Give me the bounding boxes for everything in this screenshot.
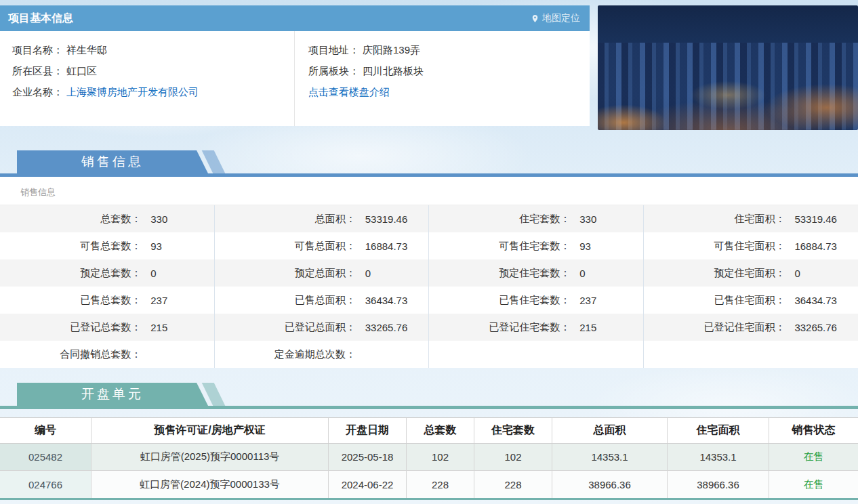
- units-cell: 102: [407, 444, 474, 470]
- sales-cell: 可售住宅套数：93: [429, 232, 644, 259]
- info-field-value: 四川北路板块: [363, 65, 424, 78]
- info-field-link[interactable]: 上海聚博房地产开发有限公司: [66, 86, 199, 99]
- sales-row: 合同撤销总套数：定金逾期总次数：: [0, 341, 858, 368]
- sales-cell-value: 53319.46: [365, 213, 408, 225]
- units-cell-id: 025482: [0, 444, 91, 470]
- sales-cell-label: 已售总套数：: [0, 294, 141, 307]
- sales-cell: 可售住宅面积：16884.73: [644, 232, 858, 259]
- sales-cell-label: 已登记总套数：: [0, 321, 141, 334]
- project-info-title: 项目基本信息: [8, 12, 73, 26]
- units-section-title: 开盘单元: [81, 385, 144, 403]
- sales-cell: 已售总套数：237: [0, 287, 215, 314]
- sales-cell: 已登记住宅面积：33265.76: [644, 314, 858, 341]
- units-table-body: 025482虹口房管(2025)预字0000113号2025-05-181021…: [0, 444, 858, 498]
- sales-cell: 住宅套数：330: [429, 205, 644, 232]
- info-field-label: 所在区县：: [12, 65, 63, 78]
- units-cell: 2024-06-22: [329, 471, 407, 498]
- info-field-value: 虹口区: [66, 65, 97, 78]
- sales-cell: 可售总套数：93: [0, 232, 215, 259]
- units-cell: 228: [407, 471, 474, 498]
- sales-cell-label: 可售总套数：: [0, 240, 141, 253]
- units-cell: 14353.1: [552, 444, 668, 470]
- sales-section-title: 销售信息: [81, 153, 144, 171]
- sales-cell-label: 已登记总面积：: [215, 321, 356, 334]
- sales-cell-label: 合同撤销总套数：: [0, 348, 141, 361]
- sales-table-subtitle: 销售信息: [0, 177, 858, 205]
- sales-cell-label: 总面积：: [215, 213, 356, 226]
- units-header-cell: 住宅面积: [668, 418, 769, 443]
- sales-cell-value: 33265.76: [365, 322, 408, 333]
- map-locate-link[interactable]: 地图定位: [531, 12, 580, 24]
- sales-cell: 已售住宅面积：36434.73: [644, 287, 858, 314]
- sales-cell-value: 0: [794, 268, 800, 279]
- sales-ribbon-line: [0, 173, 858, 177]
- sales-cell-label: 已售住宅套数：: [429, 294, 570, 307]
- sales-cell-label: 已登记住宅面积：: [644, 321, 785, 334]
- info-row: 项目地址：庆阳路139弄: [308, 40, 590, 61]
- sales-cell-label: 可售住宅套数：: [429, 240, 570, 253]
- sales-cell-label: 已登记住宅套数：: [429, 321, 570, 334]
- sales-cell-value: 33265.76: [794, 322, 837, 333]
- units-cell-status: 在售: [769, 471, 858, 498]
- sales-cell: 总套数：330: [0, 205, 215, 232]
- units-cell-id: 024766: [0, 471, 91, 498]
- sales-cell-value: 93: [579, 240, 591, 252]
- project-info-body: 项目名称：祥生华邸所在区县：虹口区企业名称：上海聚博房地产开发有限公司 项目地址…: [0, 31, 590, 126]
- sales-cell: 定金逾期总次数：: [215, 341, 430, 368]
- sales-cell: 预定总套数：0: [0, 259, 215, 287]
- units-row: 025482虹口房管(2025)预字0000113号2025-05-181021…: [0, 444, 858, 471]
- info-field-label: 所属板块：: [308, 65, 359, 78]
- units-header-cell: 预售许可证/房地产权证: [91, 418, 329, 443]
- project-info-header: 项目基本信息 地图定位: [0, 5, 590, 31]
- sales-cell: 总面积：53319.46: [215, 205, 430, 232]
- map-locate-label: 地图定位: [542, 12, 580, 24]
- sales-cell-value: 53319.46: [794, 213, 837, 225]
- units-cell: 38966.36: [552, 471, 668, 498]
- sales-cell-label: 预定总面积：: [215, 267, 356, 280]
- units-cell: 虹口房管(2024)预字0000133号: [91, 471, 329, 498]
- info-row: 项目名称：祥生华邸: [12, 40, 294, 61]
- sales-cell-value: 215: [579, 322, 596, 333]
- info-col-left: 项目名称：祥生华邸所在区县：虹口区企业名称：上海聚博房地产开发有限公司: [0, 31, 295, 126]
- sales-cell-value: 330: [579, 213, 596, 225]
- info-row: 所在区县：虹口区: [12, 61, 294, 82]
- top-section: 项目基本信息 地图定位 项目名称：祥生华邸所在区县：虹口区企业名称：上海聚博房地…: [0, 5, 858, 130]
- units-cell: 228: [474, 471, 552, 498]
- sales-cell: 可售总面积：16884.73: [215, 232, 430, 259]
- sales-cell: [644, 341, 858, 368]
- sales-cell: 已登记住宅套数：215: [429, 314, 644, 341]
- sales-cell-label: 可售住宅面积：: [644, 240, 785, 253]
- sales-table: 销售信息 总套数：330总面积：53319.46住宅套数：330住宅面积：533…: [0, 177, 858, 368]
- sales-cell-value: 237: [150, 295, 167, 306]
- sales-cell: 合同撤销总套数：: [0, 341, 215, 368]
- sales-row: 已登记总套数：215已登记总面积：33265.76已登记住宅套数：215已登记住…: [0, 314, 858, 341]
- info-col-right: 项目地址：庆阳路139弄所属板块：四川北路板块点击查看楼盘介绍: [295, 31, 590, 126]
- sales-cell-label: 预定住宅套数：: [429, 267, 570, 280]
- units-ribbon-line: [0, 406, 858, 409]
- sales-cell: 已售总面积：36434.73: [215, 287, 430, 314]
- units-header-cell: 开盘日期: [329, 418, 407, 443]
- units-cell: 38966.36: [668, 471, 769, 498]
- units-row: 024766虹口房管(2024)预字0000133号2024-06-222282…: [0, 471, 858, 498]
- units-cell: 102: [474, 444, 552, 470]
- sales-cell-label: 预定总套数：: [0, 267, 141, 280]
- sales-cell-value: 36434.73: [794, 295, 837, 306]
- sales-section-banner: 销售信息: [17, 150, 208, 173]
- sales-cell-value: 16884.73: [365, 240, 408, 252]
- units-cell-status: 在售: [769, 444, 858, 470]
- info-field-label: 企业名称：: [12, 86, 63, 99]
- units-header-cell: 编号: [0, 418, 91, 443]
- sales-cell-label: 住宅面积：: [644, 213, 785, 226]
- sales-cell-value: 215: [150, 322, 167, 333]
- sales-cell-value: 0: [579, 268, 585, 279]
- info-field-label: 项目名称：: [12, 44, 63, 57]
- units-header-cell: 销售状态: [769, 418, 858, 443]
- sales-cell: 预定住宅套数：0: [429, 259, 644, 287]
- sales-cell-label: 住宅套数：: [429, 213, 570, 226]
- project-photo: [598, 5, 858, 130]
- info-field-link[interactable]: 点击查看楼盘介绍: [308, 86, 390, 99]
- sales-cell-label: 可售总面积：: [215, 240, 356, 253]
- sales-cell: 已登记总套数：215: [0, 314, 215, 341]
- units-header-cell: 住宅套数: [474, 418, 552, 443]
- sales-cell-value: 36434.73: [365, 295, 408, 306]
